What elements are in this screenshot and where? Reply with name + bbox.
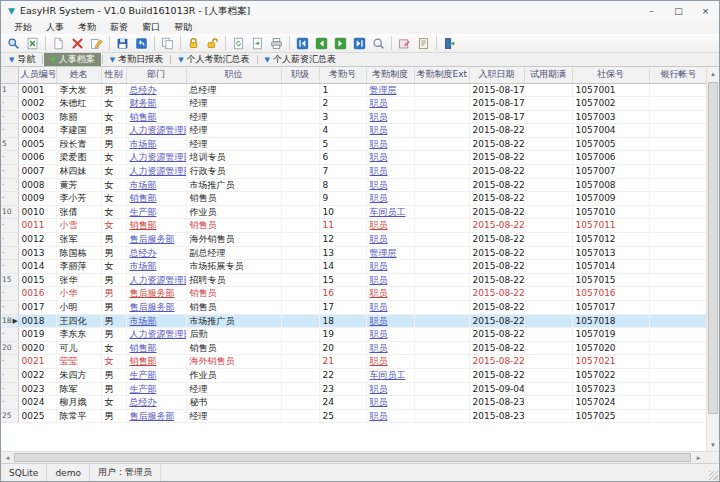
cell[interactable]: 销售部 xyxy=(126,192,186,206)
tab-4[interactable]: ▼个人薪资汇总表 xyxy=(259,53,342,66)
new-button[interactable] xyxy=(49,34,68,52)
tab-1[interactable]: ▼人事档案 xyxy=(44,53,100,66)
table-row[interactable]: ·0014李丽萍女市场部市场拓展专员14职员2015-08-221057014 xyxy=(1,260,706,274)
cell[interactable]: 售后服务部 xyxy=(126,409,186,423)
table-row[interactable]: ·0003陈丽女销售部经理3职员2015-08-171057003 xyxy=(1,110,706,124)
close-button[interactable]: × xyxy=(692,1,719,21)
cell[interactable]: 职员 xyxy=(366,409,414,423)
form-edit-button[interactable] xyxy=(395,34,414,52)
cell[interactable]: 售后服务部 xyxy=(126,301,186,315)
cell[interactable]: 管理层 xyxy=(366,246,414,260)
table-row[interactable]: ·0021莹莹女销售部海外销售员21职员2015-08-221057021 xyxy=(1,355,706,369)
next-button[interactable] xyxy=(331,34,350,52)
column-header-8[interactable]: 考勤制度Ext xyxy=(414,67,469,83)
preview-button[interactable] xyxy=(4,34,23,52)
horizontal-scroll-thumb[interactable] xyxy=(14,453,691,462)
previous-button[interactable] xyxy=(312,34,331,52)
vertical-scroll-track[interactable] xyxy=(707,80,719,438)
cell[interactable]: 职员 xyxy=(366,301,414,315)
cell[interactable]: 管理层 xyxy=(366,83,414,97)
scroll-left-icon[interactable]: ◂ xyxy=(1,454,14,462)
menu-item-0[interactable]: 开始 xyxy=(7,21,39,34)
cell[interactable]: 生产部 xyxy=(126,205,186,219)
cell[interactable]: 职员 xyxy=(366,382,414,396)
column-header-3[interactable]: 部门 xyxy=(126,67,186,83)
unlock-button[interactable] xyxy=(203,34,222,52)
table-row[interactable]: ·0011小雪女销售部销售员11职员2015-08-221057011 xyxy=(1,219,706,233)
table-row[interactable]: ·0022朱四方男生产部作业员22车间员工2015-08-221057022 xyxy=(1,368,706,382)
cell[interactable]: 市场部 xyxy=(126,260,186,274)
cell[interactable]: 销售部 xyxy=(126,355,186,369)
scroll-up-icon[interactable]: ▴ xyxy=(707,67,719,80)
maximize-button[interactable]: □ xyxy=(665,1,692,21)
refresh-button[interactable] xyxy=(229,34,248,52)
table-row[interactable]: 200020可儿女销售部销售员20职员2015-08-221057020 xyxy=(1,341,706,355)
edit-button[interactable] xyxy=(87,34,106,52)
table-row[interactable]: ·0024柳月娥女总经办秘书24职员2015-08-231057024 xyxy=(1,396,706,410)
undo-button[interactable] xyxy=(132,34,151,52)
menu-item-2[interactable]: 考勤 xyxy=(71,21,103,34)
cell[interactable]: 职员 xyxy=(366,165,414,179)
cell[interactable]: 售后服务部 xyxy=(126,287,186,301)
column-header-7[interactable]: 考勤制度 xyxy=(366,67,414,83)
table-row[interactable]: ·0009李小芳女销售部销售员9职员2015-08-221057009 xyxy=(1,192,706,206)
table-row[interactable]: 250025陈常平男售后服务部经理25职员2015-08-231057025 xyxy=(1,409,706,423)
cell[interactable]: 职员 xyxy=(366,219,414,233)
delete-button[interactable] xyxy=(68,34,87,52)
last-button[interactable] xyxy=(350,34,369,52)
table-row[interactable]: 10001李大发男总经办总经理1管理层2015-08-171057001 xyxy=(1,83,706,97)
minimize-button[interactable]: – xyxy=(638,1,665,21)
cell[interactable]: 职员 xyxy=(366,151,414,165)
cell[interactable]: 车间员工 xyxy=(366,368,414,382)
cell[interactable]: 市场部 xyxy=(126,178,186,192)
cell[interactable]: 职员 xyxy=(366,287,414,301)
table-row[interactable]: 150015张华男人力资源管理部招聘专员15职员2015-08-22105701… xyxy=(1,273,706,287)
menu-item-1[interactable]: 人事 xyxy=(39,21,71,34)
cell[interactable]: 职员 xyxy=(366,192,414,206)
column-header-9[interactable]: 入职日期 xyxy=(469,67,524,83)
table-row[interactable]: ·0013陈国栋男总经办副总经理13管理层2015-08-221057013 xyxy=(1,246,706,260)
save-button[interactable] xyxy=(113,34,132,52)
cell[interactable]: 销售部 xyxy=(126,110,186,124)
horizontal-scrollbar[interactable]: ◂ ▸ xyxy=(1,451,719,463)
copy-button[interactable] xyxy=(158,34,177,52)
column-header-2[interactable]: 性别 xyxy=(101,67,126,83)
search-button[interactable] xyxy=(369,34,388,52)
tab-0[interactable]: ▼导航 xyxy=(3,53,41,66)
cell[interactable]: 职员 xyxy=(366,396,414,410)
vertical-scroll-thumb[interactable] xyxy=(708,82,718,414)
cell[interactable]: 职员 xyxy=(366,273,414,287)
cell[interactable]: 车间员工 xyxy=(366,205,414,219)
cell[interactable]: 生产部 xyxy=(126,382,186,396)
column-header-5[interactable]: 职级 xyxy=(281,67,319,83)
lock-button[interactable] xyxy=(184,34,203,52)
form-button[interactable] xyxy=(414,34,433,52)
table-row[interactable]: 100010张倩女生产部作业员10车间员工2015-08-221057010 xyxy=(1,205,706,219)
print-button[interactable] xyxy=(267,34,286,52)
scroll-right-icon[interactable]: ▸ xyxy=(692,454,705,462)
cell[interactable]: 职员 xyxy=(366,328,414,342)
table-row[interactable]: ·0019李东东男人力资源管理部后勤19职员2015-08-221057019 xyxy=(1,328,706,342)
table-row[interactable]: ·0006梁爱图女人力资源管理部培训专员6职员2015-08-221057006 xyxy=(1,151,706,165)
cell[interactable]: 生产部 xyxy=(126,368,186,382)
table-row[interactable]: ·0012张军男售后服务部海外销售员12职员2015-08-221057012 xyxy=(1,233,706,247)
cell[interactable]: 职员 xyxy=(366,233,414,247)
cell[interactable]: 人力资源管理部 xyxy=(126,273,186,287)
column-header-12[interactable]: 银行帐号 xyxy=(649,67,706,83)
table-row[interactable]: ·0008黄芳女市场部市场推广员8职员2015-08-221057008 xyxy=(1,178,706,192)
menu-item-4[interactable]: 窗口 xyxy=(135,21,167,34)
cell[interactable]: 销售部 xyxy=(126,341,186,355)
cell[interactable]: 职员 xyxy=(366,124,414,138)
column-header-11[interactable]: 社保号 xyxy=(572,67,649,83)
cell[interactable]: 人力资源管理部 xyxy=(126,165,186,179)
exit-button[interactable] xyxy=(440,34,459,52)
first-button[interactable] xyxy=(293,34,312,52)
cell[interactable]: 职员 xyxy=(366,341,414,355)
table-row[interactable]: ·0023陈军男生产部经理23职员2015-09-041057023 xyxy=(1,382,706,396)
cell[interactable]: 人力资源管理部 xyxy=(126,151,186,165)
table-row[interactable]: ·0017小明男售后服务部销售员17职员2015-08-221057017 xyxy=(1,301,706,315)
cell[interactable]: 市场部 xyxy=(126,137,186,151)
cell[interactable]: 总经办 xyxy=(126,246,186,260)
table-row[interactable]: 50005段长青男市场部经理5职员2015-08-221057005 xyxy=(1,137,706,151)
cell[interactable]: 人力资源管理部 xyxy=(126,124,186,138)
